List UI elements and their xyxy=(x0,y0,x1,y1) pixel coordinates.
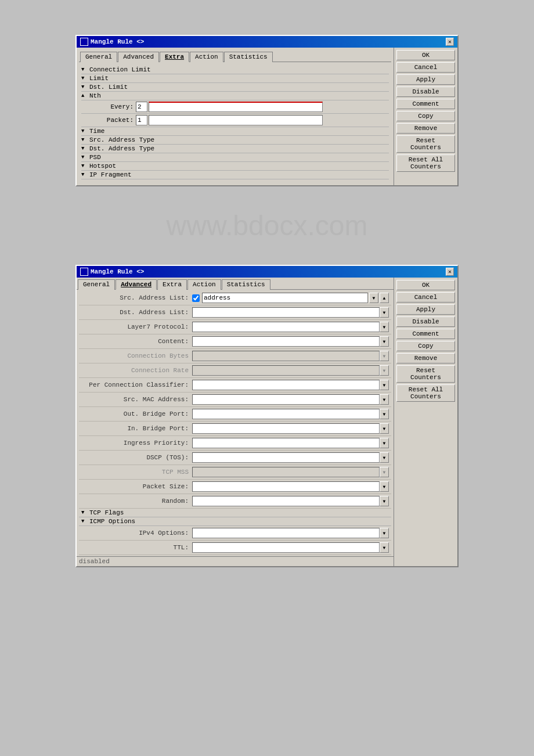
section-hotspot: ▼ Hotspot xyxy=(81,162,389,171)
remove-button-1[interactable]: Remove xyxy=(396,123,455,134)
layer7-dropdown[interactable]: ▼ xyxy=(380,322,389,332)
input-per-conn-class[interactable] xyxy=(192,380,380,390)
ingress-priority-dropdown[interactable]: ▼ xyxy=(380,438,389,448)
dst-address-dropdown[interactable]: ▼ xyxy=(380,307,389,318)
arrow-icmp-options[interactable]: ▼ xyxy=(81,519,88,524)
tab-general-2[interactable]: General xyxy=(78,279,115,290)
arrow-time[interactable]: ▼ xyxy=(81,128,88,134)
label-random: Random: xyxy=(81,498,189,505)
src-mac-dropdown[interactable]: ▼ xyxy=(380,394,389,405)
window-icon-2 xyxy=(80,268,88,276)
input-src-mac[interactable] xyxy=(192,394,380,405)
input-packet-size[interactable] xyxy=(192,481,380,492)
disable-button-2[interactable]: Disable xyxy=(396,316,455,327)
remove-button-2[interactable]: Remove xyxy=(396,353,455,363)
window-title-2: Mangle Rule <> xyxy=(91,268,144,275)
field-row-in-bridge: In. Bridge Port: ▼ xyxy=(79,422,391,436)
input-out-bridge[interactable] xyxy=(192,409,380,419)
tab-general-1[interactable]: General xyxy=(80,52,117,62)
dscp-dropdown[interactable]: ▼ xyxy=(380,452,389,463)
tab-extra-2[interactable]: Extra xyxy=(157,279,187,290)
reset-counters-button-2[interactable]: Reset Counters xyxy=(396,365,455,383)
apply-button-1[interactable]: Apply xyxy=(396,74,455,85)
label-connection-limit: Connection Limit xyxy=(89,66,151,73)
random-dropdown[interactable]: ▼ xyxy=(380,496,389,506)
field-row-conn-rate: Connection Rate ▼ xyxy=(79,363,391,378)
arrow-dst-limit[interactable]: ▼ xyxy=(81,84,88,90)
in-bridge-dropdown[interactable]: ▼ xyxy=(380,423,389,434)
section-nth: ▲ Nth xyxy=(81,92,389,100)
arrow-connection-limit[interactable]: ▼ xyxy=(81,67,88,73)
ok-button-1[interactable]: OK xyxy=(396,50,455,60)
content-dropdown[interactable]: ▼ xyxy=(380,336,389,347)
arrow-psd[interactable]: ▼ xyxy=(81,154,88,160)
tab-statistics-2[interactable]: Statistics xyxy=(222,279,270,290)
arrow-ip-fragment[interactable]: ▼ xyxy=(81,172,88,178)
field-row-every: Every: xyxy=(81,100,389,114)
input-dscp[interactable] xyxy=(192,452,380,463)
input-random[interactable] xyxy=(192,496,380,506)
src-dropdown-arrow[interactable]: ▼ xyxy=(369,293,378,303)
input-every-bar[interactable] xyxy=(149,102,323,112)
tab-advanced-2[interactable]: Advanced xyxy=(116,279,157,290)
field-row-conn-bytes: Connection Bytes ▼ xyxy=(79,349,391,363)
label-time: Time xyxy=(89,128,104,135)
arrow-dst-addr-type[interactable]: ▼ xyxy=(81,146,88,152)
arrow-limit[interactable]: ▼ xyxy=(81,75,88,81)
input-every[interactable] xyxy=(136,102,147,112)
status-bar-2: disabled xyxy=(77,556,394,566)
arrow-nth[interactable]: ▲ xyxy=(81,93,88,99)
cancel-button-2[interactable]: Cancel xyxy=(396,292,455,303)
input-dst-address-list[interactable] xyxy=(192,307,380,318)
cancel-button-1[interactable]: Cancel xyxy=(396,62,455,73)
ttl-dropdown[interactable]: ▼ xyxy=(380,542,389,553)
input-ingress-priority[interactable] xyxy=(192,438,380,448)
ok-button-2[interactable]: OK xyxy=(396,280,455,290)
label-every: Every: xyxy=(99,103,134,110)
arrow-src-addr-type[interactable]: ▼ xyxy=(81,137,88,143)
ipv4-options-dropdown[interactable]: ▼ xyxy=(380,528,389,538)
reset-counters-button-1[interactable]: Reset Counters xyxy=(396,135,455,153)
label-dst-address-list: Dst. Address List: xyxy=(81,309,189,316)
disable-button-1[interactable]: Disable xyxy=(396,87,455,97)
window-icon-1 xyxy=(80,38,88,46)
input-ipv4-options[interactable] xyxy=(192,528,380,538)
window2: Mangle Rule <> ✕ General Advanced Extra … xyxy=(75,265,459,567)
section-connection-limit: ▼ Connection Limit xyxy=(81,66,389,74)
close-button-1[interactable]: ✕ xyxy=(446,38,454,46)
copy-button-1[interactable]: Copy xyxy=(396,111,455,121)
arrow-tcp-flags[interactable]: ▼ xyxy=(81,510,88,516)
comment-button-2[interactable]: Comment xyxy=(396,329,455,339)
label-nth: Nth xyxy=(89,92,101,99)
title-bar-1: Mangle Rule <> ✕ xyxy=(77,36,457,48)
tab-action-2[interactable]: Action xyxy=(187,279,221,290)
checkbox-src-address[interactable] xyxy=(192,294,200,302)
tab-advanced-1[interactable]: Advanced xyxy=(118,52,159,62)
input-packet-bar[interactable] xyxy=(149,115,323,125)
tab-statistics-1[interactable]: Statistics xyxy=(224,52,273,62)
window-title-1: Mangle Rule <> xyxy=(91,38,144,45)
per-conn-class-dropdown[interactable]: ▼ xyxy=(380,380,389,390)
packet-size-dropdown[interactable]: ▼ xyxy=(380,481,389,492)
label-in-bridge: In. Bridge Port: xyxy=(81,425,189,432)
input-layer7[interactable] xyxy=(192,322,380,332)
input-content[interactable] xyxy=(192,336,380,347)
reset-all-counters-button-2[interactable]: Reset All Counters xyxy=(396,384,455,402)
src-up-arrow[interactable]: ▲ xyxy=(380,293,389,303)
input-packet[interactable] xyxy=(136,115,147,125)
input-src-address-list[interactable] xyxy=(202,293,368,303)
apply-button-2[interactable]: Apply xyxy=(396,304,455,315)
tab-extra-1[interactable]: Extra xyxy=(160,52,189,62)
label-per-conn-class: Per Connection Classifier: xyxy=(81,381,189,388)
copy-button-2[interactable]: Copy xyxy=(396,341,455,351)
section-psd: ▼ PSD xyxy=(81,153,389,162)
arrow-hotspot[interactable]: ▼ xyxy=(81,163,88,169)
comment-button-1[interactable]: Comment xyxy=(396,99,455,109)
close-button-2[interactable]: ✕ xyxy=(446,268,454,276)
input-ttl[interactable] xyxy=(192,542,380,553)
out-bridge-dropdown[interactable]: ▼ xyxy=(380,409,389,419)
tab-action-1[interactable]: Action xyxy=(190,52,223,62)
reset-all-counters-button-1[interactable]: Reset All Counters xyxy=(396,154,455,172)
input-in-bridge[interactable] xyxy=(192,423,380,434)
section-icmp-options: ▼ ICMP Options xyxy=(79,517,391,526)
